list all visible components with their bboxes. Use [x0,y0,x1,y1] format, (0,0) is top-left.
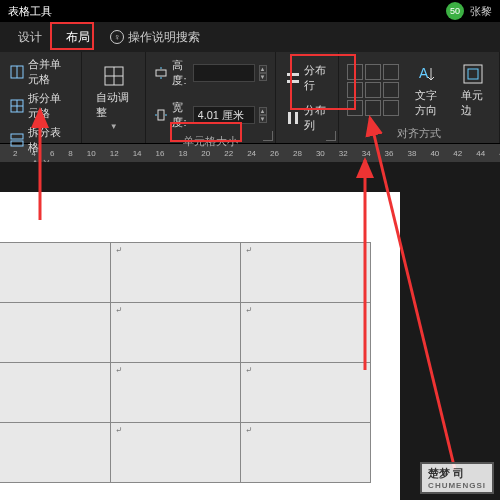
table-cell: ⤶ [0,423,111,483]
merge-cells-button[interactable]: 合并单元格 [8,56,73,88]
split-table-icon [10,133,24,147]
ribbon-group-cellsize: 高度: ▲▼ 宽度: ▲▼ 单元格大小 [146,52,275,143]
split-table-button[interactable]: 拆分表格 [8,124,73,156]
distribute-dialog-launcher[interactable] [326,131,336,141]
svg-rect-18 [468,69,478,79]
width-spinner[interactable]: ▲▼ [259,107,267,123]
height-spinner[interactable]: ▲▼ [259,65,267,81]
cell-margins-icon [461,62,485,86]
ribbon-tab-row: 设计 布局 ♀ 操作说明搜索 [0,22,500,52]
align-bc[interactable] [365,100,381,116]
table-cell: ⤶ [241,243,371,303]
table-row: ⤶⤶⤶ [0,363,371,423]
col-width-input[interactable] [193,106,255,124]
page: ⤶⤶⤶ ⤶⤶⤶ ⤶⤶⤶ ⤶⤶⤶ [0,192,400,500]
distribute-cols-button[interactable]: 分布列 [284,102,331,134]
align-bl[interactable] [347,100,363,116]
ribbon: 合并单元格 拆分单元格 拆分表格 合并 自动调整 ▼ [0,52,500,144]
tool-context-label: 表格工具 [8,4,52,19]
align-mr[interactable] [383,82,399,98]
svg-rect-5 [11,134,23,139]
align-mc[interactable] [365,82,381,98]
title-bar: 表格工具 50 张黎 [0,0,500,22]
inserted-table[interactable]: ⤶⤶⤶ ⤶⤶⤶ ⤶⤶⤶ ⤶⤶⤶ [0,242,371,483]
table-cell: ⤶ [0,243,111,303]
tab-design[interactable]: 设计 [6,23,54,52]
col-width-icon [154,108,168,122]
svg-rect-12 [287,73,299,76]
align-ml[interactable] [347,82,363,98]
svg-rect-6 [11,141,23,146]
svg-rect-13 [287,80,299,83]
table-row: ⤶⤶⤶ [0,243,371,303]
ribbon-group-distribute: 分布行 分布列 [276,52,340,143]
svg-text:A: A [419,65,429,81]
svg-rect-15 [295,112,298,124]
lightbulb-icon: ♀ [110,30,124,44]
align-tr[interactable] [383,64,399,80]
text-direction-button[interactable]: A 文字方向 [409,58,445,122]
document-area[interactable]: ⤶⤶⤶ ⤶⤶⤶ ⤶⤶⤶ ⤶⤶⤶ [0,162,500,500]
ribbon-group-align: A 文字方向 单元边 对齐方式 [339,52,500,143]
ribbon-group-autofit: 自动调整 ▼ [82,52,146,143]
table-row: ⤶⤶⤶ [0,423,371,483]
table-cell: ⤶ [0,363,111,423]
align-tl[interactable] [347,64,363,80]
table-cell: ⤶ [111,423,241,483]
split-cells-button[interactable]: 拆分单元格 [8,90,73,122]
tell-me-search[interactable]: ♀ 操作说明搜索 [110,29,200,46]
user-area[interactable]: 50 张黎 [446,2,492,20]
alignment-grid [347,64,399,116]
svg-rect-10 [156,70,166,76]
user-avatar[interactable]: 50 [446,2,464,20]
text-direction-icon: A [415,62,439,86]
svg-rect-17 [464,65,482,83]
table-cell: ⤶ [0,303,111,363]
align-tc[interactable] [365,64,381,80]
watermark: 楚梦 司 CHUMENGSI [420,462,494,494]
group-label-cellsize: 单元格大小 [154,132,266,149]
table-row: ⤶⤶⤶ [0,303,371,363]
cellsize-dialog-launcher[interactable] [263,131,273,141]
svg-rect-14 [288,112,291,124]
group-label-align: 对齐方式 [347,124,491,141]
svg-rect-11 [158,110,164,120]
cell-margins-button[interactable]: 单元边 [455,58,491,122]
table-cell: ⤶ [111,243,241,303]
distribute-cols-icon [286,111,300,125]
row-height-control: 高度: ▲▼ [154,58,266,88]
col-width-control: 宽度: ▲▼ [154,100,266,130]
autofit-icon [102,64,126,88]
row-height-icon [154,66,168,80]
table-cell: ⤶ [111,303,241,363]
distribute-rows-icon [286,71,300,85]
align-br[interactable] [383,100,399,116]
ribbon-group-merge: 合并单元格 拆分单元格 拆分表格 合并 [0,52,82,143]
autofit-button[interactable]: 自动调整 ▼ [90,56,137,139]
table-cell: ⤶ [241,303,371,363]
distribute-rows-button[interactable]: 分布行 [284,62,331,94]
split-cells-icon [10,99,24,113]
dropdown-caret-icon: ▼ [110,122,118,131]
tab-layout[interactable]: 布局 [54,23,102,52]
table-cell: ⤶ [241,363,371,423]
table-cell: ⤶ [111,363,241,423]
merge-cells-icon [10,65,24,79]
user-name: 张黎 [470,4,492,19]
table-cell: ⤶ [241,423,371,483]
row-height-input[interactable] [193,64,255,82]
